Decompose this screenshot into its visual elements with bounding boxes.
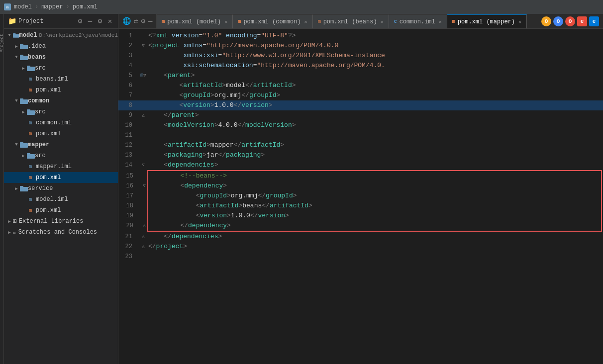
svg-rect-19 [20,186,23,187]
line-num-21: 21 [118,232,138,242]
line-content-21: </dependencies> [148,232,603,242]
gutter-21: △ [138,232,148,242]
collapse-icon[interactable]: — [86,17,94,25]
minimize-icon[interactable]: — [148,17,152,25]
sidebar-item-beans-pom[interactable]: m pom.xml [4,85,118,95]
gutter-19 [139,211,149,221]
tab-icon-pom-common: m [238,19,241,24]
common-pom-label: pom.xml [36,130,61,137]
expand-arrow-service: ▶ [13,186,20,191]
line-num-2: 2 [118,41,138,51]
line-num-3: 3 [118,51,138,61]
sidebar-item-service[interactable]: ▶ service [4,183,118,194]
file-icon-beans-iml: m [27,76,34,83]
fold-icon-21[interactable]: △ [142,232,144,242]
code-line-12: 12 <artifactId>mapper</artifactId> [118,140,603,150]
line-content-5: <parent> [148,71,603,81]
sidebar-item-common-src[interactable]: ▶ src [4,106,118,117]
tab-pom-model[interactable]: m pom.xml (model) ✕ [157,14,233,28]
code-line-10: 10 <modelVersion>4.0.0</modelVersion> [118,120,603,130]
line-content-22: </project> [148,242,603,252]
tab-close-pom-model[interactable]: ✕ [224,19,227,25]
tab-close-pom-beans[interactable]: ✕ [381,19,384,25]
sidebar-item-beans-src[interactable]: ▶ src [4,63,118,74]
sync-icon[interactable]: ⚙ [76,17,84,25]
fold-icon-5[interactable]: ▽ [143,71,146,81]
tab-common-iml[interactable]: c common.iml ✕ [389,14,447,28]
idea-label: .idea [28,43,46,50]
external-libs-label: External Libraries [19,218,84,225]
sidebar-item-scratches[interactable]: ▶ ✏ Scratches and Consoles [4,227,118,238]
fold-icon-16[interactable]: ▽ [143,181,145,191]
svg-rect-9 [27,66,30,67]
browser-icon-2[interactable]: O [553,16,563,26]
settings-icon[interactable]: ⚙ [96,17,104,25]
gutter-7 [138,91,148,100]
breadcrumb-sep-1: › [35,3,38,10]
tab-pom-common[interactable]: m pom.xml (common) ✕ [233,14,312,28]
fold-icon-2[interactable]: ▽ [142,41,144,51]
fold-icon-14[interactable]: ▽ [142,160,144,170]
line-num-23: 23 [118,252,138,262]
fold-icon-20[interactable]: △ [143,221,145,231]
breadcrumb-model[interactable]: model [14,3,32,10]
sidebar-item-beans-iml[interactable]: m beans.iml [4,74,118,85]
tab-close-pom-mapper[interactable]: ✕ [518,19,521,25]
browser-icon-5[interactable]: e [589,16,599,26]
tab-pom-mapper[interactable]: m pom.xml (mapper) ✕ [447,14,527,28]
browser-icon-4[interactable]: e [577,16,587,26]
sidebar-item-mapper-iml[interactable]: m mapper.iml [4,161,118,172]
editor-content[interactable]: 1 <?xml version="1.0" encoding="UTF-8"?>… [118,29,603,364]
code-line-16: 16 ▽ <dependency> [119,181,601,191]
globe-icon[interactable]: 🌐 [122,17,131,25]
svg-rect-8 [27,67,35,71]
sidebar-item-mapper-src[interactable]: ▶ src [4,150,118,161]
fold-icon-22[interactable]: △ [142,242,144,252]
svg-rect-15 [20,142,23,144]
sidebar-item-model[interactable]: ▼ model D:\workplace2\java\model [4,30,118,41]
tab-close-pom-common[interactable]: ✕ [304,19,307,25]
sidebar-item-idea[interactable]: ▶ .idea [4,41,118,52]
split-icon[interactable]: ⇄ [134,17,138,25]
svg-rect-5 [20,44,23,45]
breadcrumb-mapper[interactable]: mapper [41,3,63,10]
sidebar-item-model-pom[interactable]: m pom.xml [4,205,118,216]
line-content-1: <?xml version="1.0" encoding="UTF-8"?> [148,31,603,41]
gutter-15 [139,171,149,181]
sidebar-title: Project [18,18,74,25]
settings-tab-icon[interactable]: ⚙ [141,17,145,25]
sidebar-item-external-libs[interactable]: ▶ ⊞ External Libraries [4,216,118,227]
sidebar-item-common-iml[interactable]: m common.iml [4,117,118,128]
tab-bar: 🌐 ⇄ ⚙ — m pom.xml (model) ✕ m pom.xml (c… [118,14,603,29]
breadcrumb-sep-2: › [66,3,69,10]
gutter-17 [139,191,149,201]
code-line-11: 11 [118,130,603,140]
gutter-10 [138,120,148,130]
browser-icon-1[interactable]: O [541,16,551,26]
browser-icon-3[interactable]: O [565,16,575,26]
sidebar-item-mapper[interactable]: ▼ mapper [4,139,118,150]
tab-pom-beans[interactable]: m pom.xml (beans) ✕ [313,14,389,28]
sidebar-item-model-iml[interactable]: m model.iml [4,194,118,205]
folder-icon-service [20,185,28,191]
breadcrumb-pomxml[interactable]: pom.xml [73,3,98,10]
folder-icon-common-src [27,109,35,115]
svg-rect-17 [27,153,30,155]
tab-label-pom-mapper: pom.xml (mapper) [458,18,515,25]
fold-icon-9[interactable]: △ [142,110,144,120]
line-content-20: </dependency> [149,221,601,231]
sidebar-item-mapper-pom[interactable]: m pom.xml [4,172,118,183]
sidebar-item-beans[interactable]: ▼ beans [4,52,118,63]
line-content-2: <project xmlns="http://maven.apache.org/… [148,41,603,51]
sidebar-header-actions: ⚙ — ⚙ ✕ [76,17,114,25]
tab-icon-pom-beans: m [318,19,321,24]
sidebar-item-common[interactable]: ▼ common [4,95,118,106]
line-num-20: 20 [119,221,139,231]
expand-arrow-common-src: ▶ [20,109,27,115]
mapper-src-label: src [35,152,46,159]
gutter-6 [138,81,148,91]
code-line-15: 15 <!--beans--> [119,171,601,181]
tab-close-common-iml[interactable]: ✕ [439,19,442,25]
close-sidebar-icon[interactable]: ✕ [106,17,114,25]
sidebar-item-common-pom[interactable]: m pom.xml [4,128,118,139]
